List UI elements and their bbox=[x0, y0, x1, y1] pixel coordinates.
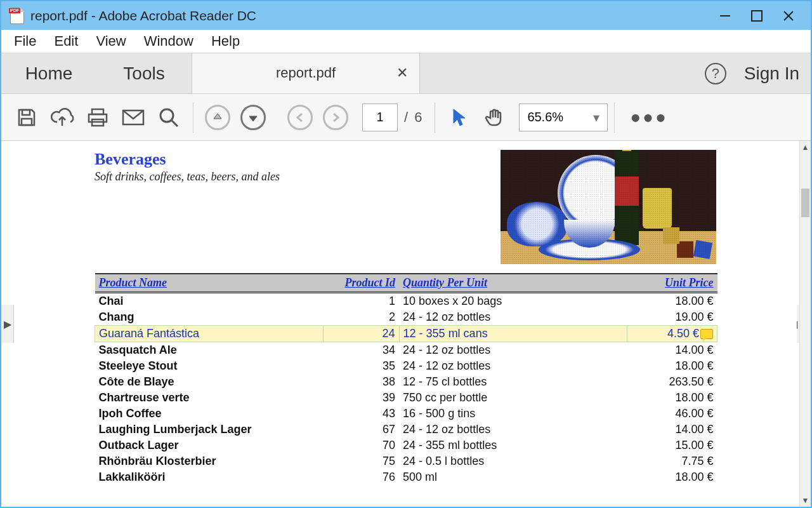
cell-id: 76 bbox=[323, 469, 399, 485]
svg-line-11 bbox=[172, 121, 178, 126]
cell-name: Sasquatch Ale bbox=[95, 342, 324, 359]
cell-qty: 24 - 0.5 l bottles bbox=[399, 453, 627, 469]
cell-qty: 500 ml bbox=[399, 469, 627, 485]
vertical-scrollbar[interactable]: ▲ ▼ bbox=[799, 141, 811, 507]
cell-name: Steeleye Stout bbox=[95, 358, 324, 374]
table-row: Chang224 - 12 oz bottles19.00 € bbox=[95, 309, 717, 326]
close-tab-icon[interactable]: ✕ bbox=[396, 65, 408, 81]
menu-file[interactable]: File bbox=[5, 30, 45, 52]
table-row: Lakkalikööri76500 ml18.00 € bbox=[95, 469, 717, 485]
tabstrip: Home Tools report.pdf ✕ ? Sign In bbox=[1, 53, 811, 94]
cell-id: 34 bbox=[323, 342, 399, 359]
scroll-down-icon[interactable]: ▼ bbox=[800, 494, 811, 507]
cell-price: 18.00 € bbox=[627, 390, 717, 406]
cell-id: 43 bbox=[323, 406, 399, 422]
table-row: Chartreuse verte39750 cc per bottle18.00… bbox=[95, 390, 717, 406]
page-view[interactable]: Beverages Soft drinks, coffees, teas, be… bbox=[15, 141, 797, 507]
cell-price: 7.75 € bbox=[627, 453, 717, 469]
col-qty-per-unit: Quantity Per Unit bbox=[399, 274, 627, 293]
save-icon[interactable] bbox=[9, 100, 44, 135]
scroll-up-icon[interactable]: ▲ bbox=[800, 141, 811, 154]
app-window: PDF report.pdf - Adobe Acrobat Reader DC… bbox=[0, 0, 812, 508]
sign-in-button[interactable]: Sign In bbox=[744, 64, 799, 84]
cell-id: 67 bbox=[323, 422, 399, 438]
page-down-icon[interactable] bbox=[235, 100, 271, 135]
page-total: 6 bbox=[414, 109, 428, 126]
hand-tool-icon[interactable] bbox=[477, 100, 513, 135]
cell-qty: 12 - 355 ml cans bbox=[399, 326, 627, 342]
menu-edit[interactable]: Edit bbox=[45, 30, 87, 52]
search-icon[interactable] bbox=[151, 100, 187, 135]
menu-help[interactable]: Help bbox=[202, 30, 249, 52]
col-product-name: Product Name bbox=[95, 274, 324, 293]
help-icon[interactable]: ? bbox=[705, 63, 726, 84]
cell-name: Chartreuse verte bbox=[95, 390, 324, 406]
cell-id: 39 bbox=[323, 390, 399, 406]
cell-id: 24 bbox=[323, 326, 399, 342]
scroll-thumb[interactable] bbox=[801, 189, 809, 217]
zoom-value: 65.6% bbox=[527, 110, 563, 124]
minimize-button[interactable] bbox=[709, 1, 741, 30]
svg-rect-4 bbox=[22, 110, 30, 115]
cell-price: 19.00 € bbox=[627, 309, 717, 326]
pdf-file-icon: PDF bbox=[10, 8, 24, 24]
window-title: report.pdf - Adobe Acrobat Reader DC bbox=[30, 8, 256, 23]
table-row: Côte de Blaye3812 - 75 cl bottles263.50 … bbox=[95, 374, 717, 390]
cell-id: 70 bbox=[323, 438, 399, 453]
cell-price: 18.00 € bbox=[627, 469, 717, 485]
tab-tools[interactable]: Tools bbox=[96, 53, 192, 93]
maximize-button[interactable] bbox=[741, 1, 773, 30]
cell-id: 75 bbox=[323, 453, 399, 469]
category-image bbox=[501, 150, 716, 264]
table-row: Rhönbräu Klosterbier7524 - 0.5 l bottles… bbox=[95, 453, 717, 469]
select-tool-icon[interactable] bbox=[442, 100, 477, 135]
comment-icon[interactable] bbox=[700, 329, 713, 339]
table-row: Ipoh Coffee4316 - 500 g tins46.00 € bbox=[95, 406, 717, 422]
chevron-down-icon: ▾ bbox=[593, 110, 599, 125]
cell-price: 46.00 € bbox=[627, 406, 717, 422]
cell-name: Laughing Lumberjack Lager bbox=[95, 422, 324, 438]
cell-qty: 16 - 500 g tins bbox=[399, 406, 627, 422]
cell-id: 38 bbox=[323, 374, 399, 390]
pdf-page: Beverages Soft drinks, coffees, teas, be… bbox=[92, 150, 720, 485]
table-row: Outback Lager7024 - 355 ml bottles15.00 … bbox=[95, 438, 717, 453]
close-button[interactable] bbox=[773, 1, 804, 30]
cell-qty: 12 - 75 cl bottles bbox=[399, 374, 627, 390]
print-icon[interactable] bbox=[80, 100, 115, 135]
cell-id: 35 bbox=[323, 358, 399, 374]
products-table: Product Name Product Id Quantity Per Uni… bbox=[95, 273, 717, 485]
svg-point-10 bbox=[160, 109, 173, 122]
cell-price: 18.00 € bbox=[627, 293, 717, 310]
nav-back-icon[interactable] bbox=[282, 100, 318, 135]
toolbar-separator bbox=[614, 102, 615, 133]
cell-id: 1 bbox=[323, 293, 399, 310]
zoom-select[interactable]: 65.6% ▾ bbox=[519, 104, 608, 131]
cell-qty: 24 - 12 oz bottles bbox=[399, 342, 627, 359]
menu-window[interactable]: Window bbox=[135, 30, 202, 52]
tab-home[interactable]: Home bbox=[1, 53, 96, 93]
cell-name: Guaraná Fantástica bbox=[95, 326, 324, 342]
page-up-icon[interactable] bbox=[200, 100, 235, 135]
cell-name: Outback Lager bbox=[95, 438, 324, 453]
titlebar: PDF report.pdf - Adobe Acrobat Reader DC bbox=[1, 1, 811, 30]
cloud-upload-icon[interactable] bbox=[44, 100, 80, 135]
menu-view[interactable]: View bbox=[87, 30, 134, 52]
cell-id: 2 bbox=[323, 309, 399, 326]
table-row: Chai110 boxes x 20 bags18.00 € bbox=[95, 293, 717, 310]
cell-qty: 10 boxes x 20 bags bbox=[399, 293, 627, 310]
tab-document[interactable]: report.pdf ✕ bbox=[192, 53, 420, 93]
cell-name: Chai bbox=[95, 293, 324, 310]
tab-document-label: report.pdf bbox=[276, 65, 336, 81]
left-panel-toggle[interactable]: ▶ bbox=[1, 305, 14, 343]
more-tools-icon[interactable]: ●●● bbox=[621, 107, 677, 128]
page-number-input[interactable] bbox=[362, 104, 398, 131]
cell-name: Ipoh Coffee bbox=[95, 406, 324, 422]
email-icon[interactable] bbox=[115, 100, 151, 135]
toolbar-separator bbox=[193, 102, 193, 133]
cell-name: Rhönbräu Klosterbier bbox=[95, 453, 324, 469]
nav-forward-icon[interactable] bbox=[318, 100, 353, 135]
cell-price: 263.50 € bbox=[627, 374, 717, 390]
cell-price: 14.00 € bbox=[627, 422, 717, 438]
cell-qty: 24 - 12 oz bottles bbox=[399, 422, 627, 438]
table-row: Steeleye Stout3524 - 12 oz bottles18.00 … bbox=[95, 358, 717, 374]
